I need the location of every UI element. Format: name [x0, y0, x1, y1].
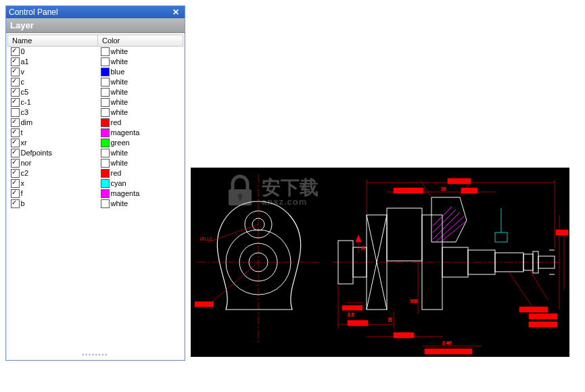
layer-color-name: magenta	[111, 189, 140, 197]
svg-rect-61	[529, 322, 557, 327]
table-row[interactable]: tmagenta	[8, 128, 183, 138]
layer-visibility-checkbox[interactable]	[11, 179, 20, 188]
color-swatch[interactable]	[101, 149, 110, 157]
layer-color-name: white	[111, 78, 128, 86]
color-swatch[interactable]	[101, 118, 110, 127]
table-row[interactable]: bwhite	[8, 199, 183, 209]
color-swatch[interactable]	[101, 57, 110, 66]
svg-line-22	[433, 210, 456, 232]
color-swatch[interactable]	[101, 189, 110, 198]
color-swatch[interactable]	[101, 169, 110, 178]
color-swatch[interactable]	[101, 108, 110, 117]
table-row[interactable]: Defpointswhite	[8, 148, 183, 158]
layer-name: xr	[21, 139, 27, 147]
layer-color-name: white	[111, 199, 128, 207]
resize-grip-icon[interactable]: ▪▪▪▪▪▪▪▪	[6, 351, 185, 358]
color-swatch[interactable]	[101, 179, 110, 188]
layer-name: c3	[21, 108, 29, 116]
svg-rect-58	[519, 307, 548, 312]
color-swatch[interactable]	[101, 47, 110, 56]
svg-line-25	[441, 222, 465, 242]
svg-line-21	[433, 212, 460, 239]
close-icon[interactable]: ✕	[170, 6, 182, 18]
svg-rect-53	[394, 333, 414, 338]
color-swatch[interactable]	[101, 88, 110, 97]
layer-visibility-checkbox[interactable]	[11, 189, 20, 198]
layer-visibility-checkbox[interactable]	[11, 169, 20, 178]
layer-visibility-checkbox[interactable]	[11, 199, 20, 208]
layer-color-name: blue	[111, 68, 125, 76]
color-swatch[interactable]	[101, 139, 110, 147]
svg-rect-20	[387, 208, 422, 261]
table-row[interactable]: vblue	[8, 67, 183, 77]
layer-name: c5	[21, 88, 29, 96]
color-swatch[interactable]	[101, 98, 110, 107]
layer-visibility-checkbox[interactable]	[11, 88, 20, 97]
layer-visibility-checkbox[interactable]	[11, 128, 20, 137]
panel-titlebar[interactable]: Control Panel ✕	[6, 6, 185, 18]
svg-rect-11	[195, 301, 214, 307]
table-row[interactable]: c5white	[8, 87, 183, 97]
table-row[interactable]: 0white	[8, 47, 183, 57]
svg-line-10	[211, 262, 258, 303]
table-row[interactable]: xcyan	[8, 178, 183, 189]
layer-visibility-checkbox[interactable]	[11, 57, 20, 66]
svg-rect-56	[425, 349, 472, 354]
color-swatch[interactable]	[101, 199, 110, 208]
svg-rect-60	[529, 314, 557, 319]
layer-visibility-checkbox[interactable]	[11, 118, 20, 127]
svg-text:A: A	[361, 245, 365, 251]
svg-text:Ø112: Ø112	[200, 237, 212, 241]
layer-color-name: red	[111, 118, 122, 126]
svg-rect-42	[394, 188, 423, 193]
svg-text:2-¥6: 2-¥6	[442, 341, 452, 345]
layer-visibility-checkbox[interactable]	[11, 68, 20, 76]
layer-visibility-checkbox[interactable]	[11, 149, 20, 157]
col-name[interactable]: Name	[8, 35, 98, 47]
layer-visibility-checkbox[interactable]	[11, 139, 20, 147]
color-swatch[interactable]	[101, 128, 110, 137]
color-swatch[interactable]	[101, 78, 110, 87]
layer-visibility-checkbox[interactable]	[11, 159, 20, 168]
col-color[interactable]: Color	[98, 35, 183, 47]
layer-name: v	[21, 68, 25, 76]
layer-name: x	[21, 179, 25, 187]
svg-rect-40	[448, 178, 471, 184]
svg-line-12	[208, 224, 258, 242]
layer-color-name: magenta	[111, 128, 140, 137]
layer-color-name: white	[111, 88, 128, 96]
layer-visibility-checkbox[interactable]	[11, 108, 20, 117]
layer-color-name: cyan	[111, 179, 126, 187]
cad-viewport[interactable]: 安下载 anxz.com Ø112	[191, 168, 569, 357]
table-row[interactable]: cwhite	[8, 77, 183, 87]
layer-name: c2	[21, 169, 29, 177]
layer-color-name: white	[111, 108, 128, 116]
svg-text:100: 100	[410, 299, 418, 303]
layer-color-name: white	[111, 149, 128, 157]
section-header-layer: Layer	[6, 18, 185, 33]
color-swatch[interactable]	[101, 68, 110, 76]
svg-text:20: 20	[441, 187, 446, 191]
layer-name: dim	[21, 118, 33, 126]
layer-color-name: white	[111, 57, 128, 66]
color-swatch[interactable]	[101, 159, 110, 168]
table-row[interactable]: c-1white	[8, 97, 183, 107]
layer-visibility-checkbox[interactable]	[11, 47, 20, 56]
layer-color-name: red	[111, 169, 122, 177]
svg-rect-67	[342, 305, 362, 310]
table-row[interactable]: c3white	[8, 107, 183, 118]
table-row[interactable]: a1white	[8, 57, 183, 67]
layer-visibility-checkbox[interactable]	[11, 78, 20, 87]
table-row[interactable]: xrgreen	[8, 138, 183, 148]
layer-color-name: green	[111, 139, 130, 147]
layer-name: t	[21, 128, 23, 137]
layer-table: Name Color 0whitea1whitevbluecwhitec5whi…	[7, 34, 183, 209]
svg-text:2.5: 2.5	[348, 312, 354, 317]
svg-text:B: B	[388, 316, 392, 323]
svg-line-24	[436, 216, 464, 242]
layer-visibility-checkbox[interactable]	[11, 98, 20, 107]
table-row[interactable]: fmagenta	[8, 189, 183, 199]
table-row[interactable]: dimred	[8, 118, 183, 128]
table-row[interactable]: c2red	[8, 168, 183, 178]
table-row[interactable]: norwhite	[8, 158, 183, 168]
